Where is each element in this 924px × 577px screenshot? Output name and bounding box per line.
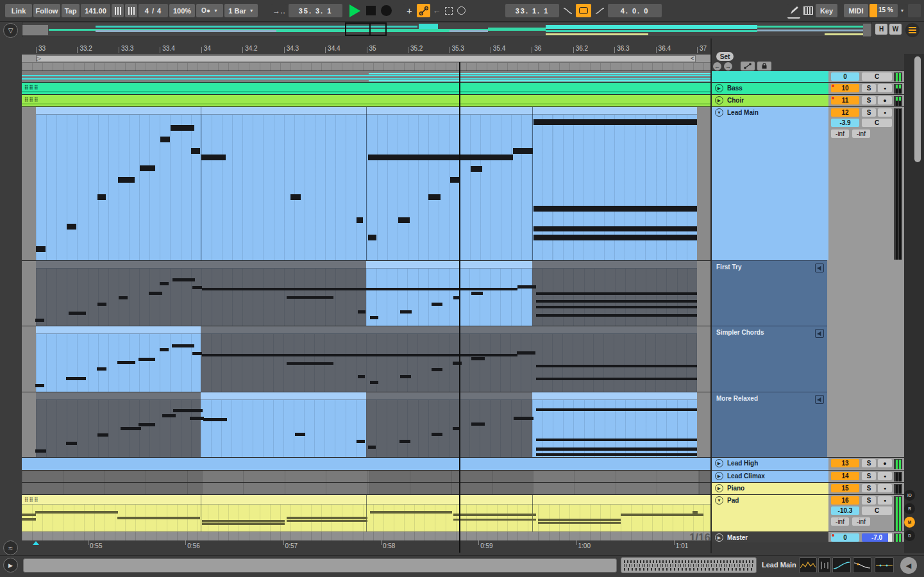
track-unfold-icon[interactable]: ▼ bbox=[715, 108, 723, 117]
arrangement-view-toggle[interactable] bbox=[905, 23, 920, 37]
volume-box[interactable]: 0 bbox=[831, 72, 859, 81]
bar-length-menu[interactable]: 1 Bar▼ bbox=[224, 4, 258, 17]
track-name-block[interactable]: ▼Lead Main bbox=[712, 107, 828, 260]
track-play-icon[interactable]: ▶ bbox=[715, 96, 723, 105]
send-a-box[interactable]: -inf bbox=[831, 130, 849, 138]
volume-box[interactable]: -10.3 bbox=[831, 506, 859, 515]
solo-button[interactable]: S bbox=[862, 84, 876, 92]
track-name-block[interactable]: ▶Choir bbox=[712, 95, 828, 106]
follow-playhead-icon[interactable]: →‥ bbox=[271, 4, 287, 17]
clip-segment[interactable] bbox=[36, 392, 201, 457]
play-button[interactable] bbox=[349, 4, 360, 17]
track-header-choir[interactable]: ▶Choir11S● bbox=[712, 94, 904, 106]
pan-box[interactable]: C bbox=[862, 119, 892, 127]
volume-box[interactable]: 0 bbox=[831, 533, 859, 542]
preview-play-button[interactable]: ▶ bbox=[3, 558, 18, 573]
record-button[interactable] bbox=[381, 5, 392, 16]
send-a-box[interactable]: -inf bbox=[831, 517, 849, 526]
tap-tempo-button[interactable]: Tap bbox=[62, 4, 80, 17]
track-number-box[interactable]: 14 bbox=[831, 472, 859, 480]
arrangement-position-display[interactable]: 35. 3. 1 bbox=[289, 4, 342, 17]
loop-start-display[interactable]: 33. 1. 1 bbox=[505, 4, 559, 17]
take-audition-button[interactable] bbox=[815, 329, 824, 338]
clip-segment[interactable] bbox=[22, 471, 202, 482]
clip-segment[interactable] bbox=[366, 261, 532, 326]
track-lane-take3[interactable] bbox=[22, 392, 710, 457]
set-locator-button[interactable]: Set bbox=[716, 52, 734, 61]
take-lane-header[interactable]: Simpler Chords bbox=[712, 326, 827, 392]
expand-transport-button[interactable]: ▽ bbox=[3, 23, 18, 38]
arm-button[interactable]: ● bbox=[878, 459, 892, 467]
track-number-box[interactable]: 16 bbox=[831, 496, 859, 505]
pan-box[interactable]: C bbox=[862, 506, 892, 515]
time-format-toggle[interactable]: ≈ bbox=[3, 540, 18, 555]
track-lane-bass[interactable]: ⠿⠿⠿ bbox=[22, 82, 710, 94]
arm-button[interactable]: ● bbox=[878, 84, 892, 92]
solo-button[interactable]: S bbox=[862, 496, 876, 505]
track-number-box[interactable]: 11 bbox=[831, 96, 859, 105]
fit-height-button[interactable]: H bbox=[875, 24, 887, 35]
track-lane-take2[interactable] bbox=[22, 326, 710, 392]
quantization-menu[interactable]: 100% bbox=[169, 4, 195, 17]
clip-segment[interactable] bbox=[369, 471, 533, 482]
track-lane-strip[interactable] bbox=[22, 71, 710, 82]
track-number-box[interactable]: 15 bbox=[831, 484, 859, 492]
take-lane-header[interactable]: More Relaxed bbox=[712, 392, 827, 457]
side-toggle-io[interactable]: IO bbox=[904, 490, 915, 501]
tempo-field[interactable]: 141.00 bbox=[81, 4, 110, 17]
computer-midi-keyboard-icon[interactable] bbox=[802, 4, 814, 17]
arm-button[interactable]: ● bbox=[878, 96, 892, 105]
track-name-block[interactable]: ▶Master bbox=[712, 532, 828, 542]
arm-button[interactable]: ● bbox=[878, 484, 892, 492]
track-play-icon[interactable]: ▶ bbox=[715, 533, 723, 542]
clip-segment[interactable] bbox=[36, 261, 366, 326]
punch-out-button[interactable] bbox=[592, 4, 607, 17]
clip-segment[interactable] bbox=[533, 483, 699, 494]
loop-brace[interactable] bbox=[36, 55, 696, 62]
track-header-pad[interactable]: ▼Pad16S●-10.3C-inf-inf bbox=[712, 494, 904, 531]
lock-envelopes-button[interactable] bbox=[757, 62, 771, 71]
solo-button[interactable]: S bbox=[862, 459, 876, 467]
track-unfold-icon[interactable]: ▼ bbox=[715, 496, 723, 505]
clip-segment[interactable] bbox=[369, 483, 533, 494]
track-header-piano[interactable]: ▶Piano15S● bbox=[712, 482, 904, 494]
arm-button[interactable]: ● bbox=[878, 496, 892, 505]
device-thumb[interactable] bbox=[818, 557, 831, 573]
send-b-box[interactable]: -inf bbox=[852, 130, 870, 138]
clip-segment[interactable] bbox=[699, 471, 710, 482]
track-play-icon[interactable]: ▶ bbox=[715, 472, 723, 480]
clip-segment[interactable] bbox=[202, 483, 369, 494]
cpu-menu-arrow[interactable]: ▼ bbox=[898, 4, 907, 17]
clip-segment[interactable] bbox=[533, 471, 699, 482]
capture-circle-icon[interactable] bbox=[455, 4, 467, 17]
track-lane-choir[interactable]: ⠿⠿⠿ bbox=[22, 94, 710, 106]
key-map-button[interactable]: Key bbox=[816, 4, 837, 17]
clip-segment[interactable] bbox=[201, 392, 366, 457]
punch-in-button[interactable] bbox=[560, 4, 575, 17]
clip-segment[interactable] bbox=[201, 326, 697, 392]
track-lane-leadHigh[interactable] bbox=[22, 457, 710, 470]
show-detail-view-button[interactable]: ◀ bbox=[900, 557, 917, 574]
pan-box[interactable]: -7.0 bbox=[862, 533, 892, 542]
track-name-block[interactable]: ▶Lead High bbox=[712, 458, 828, 470]
stop-button[interactable] bbox=[366, 6, 376, 15]
selection-box-icon[interactable] bbox=[443, 4, 455, 17]
track-play-icon[interactable]: ▶ bbox=[715, 459, 723, 467]
beat-time-ruler[interactable]: 3333.233.333.43434.234.334.43535.235.335… bbox=[22, 38, 710, 54]
track-lane-leadClimax[interactable] bbox=[22, 470, 710, 482]
next-locator-button[interactable]: → bbox=[724, 62, 732, 71]
track-number-box[interactable]: 12 bbox=[831, 108, 859, 117]
back-to-arrangement-icon[interactable]: ← bbox=[431, 4, 442, 17]
midi-map-button[interactable]: MIDI bbox=[844, 4, 868, 17]
clip-mini-overview[interactable] bbox=[621, 557, 757, 573]
clip-segment[interactable] bbox=[22, 95, 710, 106]
track-name-block[interactable]: ▶Piano bbox=[712, 483, 828, 494]
clip-segment[interactable] bbox=[22, 458, 710, 470]
track-header-leadHigh[interactable]: ▶Lead High13S● bbox=[712, 457, 904, 470]
arm-button[interactable]: ● bbox=[878, 472, 892, 480]
side-toggle-d[interactable]: D bbox=[904, 530, 915, 541]
loop-end-handle[interactable]: < bbox=[691, 55, 694, 62]
solo-button[interactable]: S bbox=[862, 472, 876, 480]
follow-button[interactable]: Follow bbox=[33, 4, 60, 17]
overdub-plus-button[interactable]: + bbox=[403, 4, 416, 17]
